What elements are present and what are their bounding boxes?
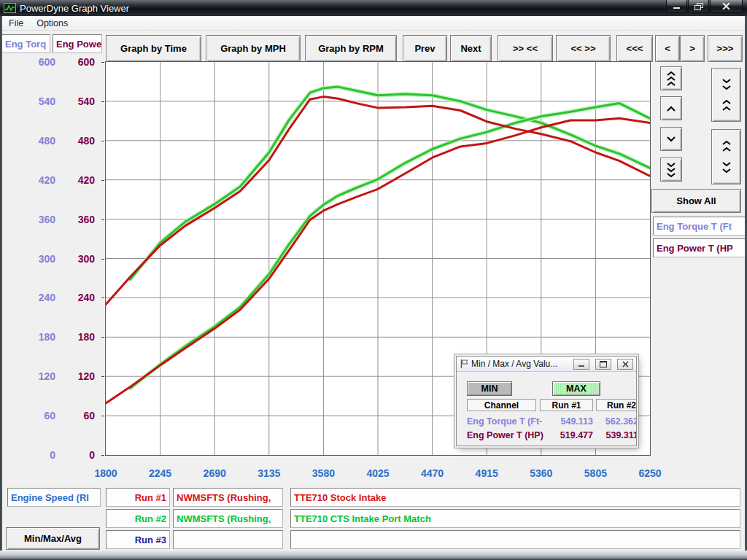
app-icon bbox=[4, 3, 16, 13]
x-axis-channel-box[interactable]: Engine Speed (RI bbox=[7, 488, 101, 507]
zoom-in-x-button[interactable]: >> << bbox=[498, 35, 553, 62]
y-tick-label-power: 0 bbox=[61, 448, 95, 462]
channel-button-torque[interactable]: Eng Torque T (Ft bbox=[653, 217, 747, 236]
y-scale-down-fast-button[interactable] bbox=[660, 158, 682, 182]
min-max-avg-dialog: Min / Max / Avg Valu... MIN MAX Channel … bbox=[456, 356, 637, 446]
y-axis-tick-mark bbox=[101, 376, 104, 377]
scroll-right-button[interactable]: > bbox=[680, 35, 705, 62]
chevrons-converge-icon bbox=[721, 78, 732, 112]
menu-bar: File Options bbox=[2, 16, 745, 31]
y-range-expand-button[interactable] bbox=[711, 129, 741, 184]
x-tick-label: 3135 bbox=[246, 467, 293, 480]
axis-button-power[interactable]: Eng Powe bbox=[53, 34, 102, 53]
chevron-down-icon bbox=[666, 136, 676, 142]
x-tick-label: 5805 bbox=[572, 467, 619, 480]
y-tick-label-torque: 60 bbox=[22, 409, 55, 422]
y-tick-label-power: 60 bbox=[61, 409, 95, 422]
y-axis-tick-mark bbox=[101, 219, 104, 220]
run1-desc-field[interactable]: TTE710 Stock Intake bbox=[290, 488, 740, 507]
y-tick-label-power: 120 bbox=[61, 370, 95, 383]
dialog-maximize-icon[interactable] bbox=[595, 359, 611, 370]
window-border-left bbox=[0, 16, 2, 560]
run3-name-field[interactable] bbox=[173, 530, 283, 549]
y-tick-label-torque: 420 bbox=[22, 174, 55, 187]
run2-desc-field[interactable]: TTE710 CTS Intake Port Match bbox=[290, 509, 740, 528]
x-tick-label: 2690 bbox=[191, 467, 238, 480]
x-tick-label: 4025 bbox=[355, 467, 401, 480]
y-tick-label-power: 180 bbox=[61, 330, 95, 343]
run2-name-field[interactable]: NWMSFTS (Rushing, bbox=[173, 509, 283, 528]
next-button[interactable]: Next bbox=[450, 35, 492, 62]
y-tick-label-power: 420 bbox=[61, 174, 95, 187]
y-axis-tick-mark bbox=[101, 101, 104, 102]
y-axis-tick-mark bbox=[101, 62, 104, 63]
dialog-minimize-icon[interactable] bbox=[573, 359, 589, 370]
dialog-title: Min / Max / Avg Valu... bbox=[471, 359, 557, 369]
y-axis-tick-mark bbox=[101, 259, 104, 260]
dialog-power-run1-value: 519.477 bbox=[540, 430, 593, 440]
dialog-header-channel[interactable]: Channel bbox=[467, 399, 536, 411]
y-tick-label-power: 360 bbox=[61, 213, 95, 226]
run1-name-field[interactable]: NWMSFTS (Rushing, bbox=[173, 488, 283, 507]
run2-label-box[interactable]: Run #2 bbox=[106, 509, 170, 528]
maximize-icon[interactable] bbox=[688, 0, 709, 13]
title-bar[interactable]: PowerDyne Graph Viewer bbox=[0, 0, 747, 16]
dialog-row-power-label: Eng Power T (HP) bbox=[467, 430, 543, 440]
y-axis-tick-mark bbox=[101, 180, 104, 181]
run3-label-box[interactable]: Run #3 bbox=[106, 530, 170, 549]
scroll-far-right-button[interactable]: >>> bbox=[708, 35, 743, 62]
x-tick-label: 2245 bbox=[137, 467, 184, 480]
x-tick-label: 4470 bbox=[409, 467, 456, 480]
y-scale-up-fast-button[interactable] bbox=[660, 66, 682, 90]
y-tick-label-torque: 180 bbox=[22, 330, 55, 343]
dialog-header-run1[interactable]: Run #1 bbox=[540, 399, 593, 411]
dialog-torque-run1-value: 549.113 bbox=[540, 416, 593, 427]
y-tick-label-torque: 360 bbox=[22, 213, 55, 226]
y-tick-label-power: 540 bbox=[61, 95, 95, 108]
dialog-close-icon[interactable] bbox=[617, 359, 633, 370]
x-tick-label: 4915 bbox=[463, 467, 510, 480]
prev-button[interactable]: Prev bbox=[403, 35, 447, 62]
y-scale-up-button[interactable] bbox=[660, 96, 682, 120]
minimize-icon[interactable] bbox=[666, 0, 687, 13]
channel-button-power[interactable]: Eng Power T (HP bbox=[653, 238, 747, 257]
graph-by-time-button[interactable]: Graph by Time bbox=[106, 35, 201, 62]
y-tick-label-power: 300 bbox=[61, 252, 95, 265]
graph-by-mph-button[interactable]: Graph by MPH bbox=[206, 35, 301, 62]
powerdyne-window: PowerDyne Graph Viewer File Options Eng … bbox=[0, 0, 747, 560]
zoom-out-x-button[interactable]: << >> bbox=[556, 35, 611, 62]
min-max-avg-button[interactable]: Min/Max/Avg bbox=[6, 527, 100, 550]
y-tick-label-torque: 600 bbox=[22, 55, 55, 69]
chevron-triple-down-icon bbox=[666, 162, 676, 178]
window-border-bottom[interactable] bbox=[0, 551, 747, 560]
y-axis-tick-mark bbox=[101, 416, 104, 416]
x-tick-label: 1800 bbox=[82, 467, 129, 480]
min-button[interactable]: MIN bbox=[467, 381, 512, 396]
run1-label-box[interactable]: Run #1 bbox=[106, 488, 170, 507]
y-range-compress-button[interactable] bbox=[711, 68, 741, 122]
chevrons-diverge-icon bbox=[721, 140, 732, 174]
menu-options[interactable]: Options bbox=[30, 17, 74, 30]
run3-desc-field[interactable] bbox=[290, 530, 740, 549]
show-all-button[interactable]: Show All bbox=[651, 189, 741, 213]
y-axis-tick-mark bbox=[101, 455, 104, 456]
y-tick-label-torque: 540 bbox=[22, 95, 55, 108]
axis-button-torque[interactable]: Eng Torq bbox=[1, 34, 50, 53]
dialog-row-torque-label: Eng Torque T (Ft- bbox=[467, 416, 542, 427]
chevron-triple-up-icon bbox=[666, 71, 676, 87]
y-scale-down-button[interactable] bbox=[660, 127, 682, 151]
max-button[interactable]: MAX bbox=[552, 381, 600, 396]
scroll-left-button[interactable]: < bbox=[655, 35, 680, 62]
chevron-up-icon bbox=[666, 106, 676, 112]
flag-icon bbox=[460, 359, 468, 368]
y-axis-tick-mark bbox=[101, 141, 104, 141]
dialog-title-bar[interactable]: Min / Max / Avg Valu... bbox=[457, 357, 636, 372]
graph-by-rpm-button[interactable]: Graph by RPM bbox=[305, 35, 397, 62]
dialog-header-run2[interactable]: Run #2 bbox=[596, 399, 637, 411]
close-icon[interactable] bbox=[710, 0, 743, 13]
y-tick-label-torque: 0 bbox=[22, 448, 55, 462]
window-title: PowerDyne Graph Viewer bbox=[20, 3, 129, 14]
scroll-far-left-button[interactable]: <<< bbox=[616, 35, 653, 62]
x-tick-label: 5360 bbox=[518, 467, 565, 480]
menu-file[interactable]: File bbox=[2, 17, 30, 30]
